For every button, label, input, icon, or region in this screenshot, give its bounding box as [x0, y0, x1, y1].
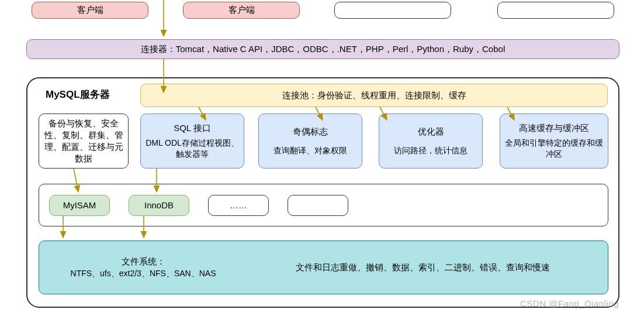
- watermark: CSDN @Fang_Qianling: [520, 298, 619, 308]
- engine-myisam: MyISAM: [49, 195, 110, 216]
- management-box: 备份与恢复、安全性、复制、群集、管理、配置、迁移与元数据: [39, 114, 129, 169]
- mysql-server-title: MySQL服务器: [46, 88, 110, 101]
- filesystem-left: 文件系统： NTFS、ufs、ext2/3、NFS、SAN、NAS: [44, 256, 243, 279]
- cache-box: 高速缓存与缓冲区 全局和引擎特定的缓存和缓冲区: [500, 114, 608, 169]
- client-box-1: 客户端: [32, 2, 148, 19]
- engine-innodb-label: InnoDB: [144, 200, 174, 211]
- connection-pool-label: 连接池：身份验证、线程重用、连接限制、缓存: [282, 90, 466, 101]
- parser-title: 奇偶标志: [293, 126, 328, 138]
- filesystem-box: 文件系统： NTFS、ufs、ext2/3、NFS、SAN、NAS 文件和日志重…: [39, 241, 608, 294]
- client-box-2: 客户端: [183, 2, 300, 19]
- filesystem-body: NTFS、ufs、ext2/3、NFS、SAN、NAS: [44, 268, 243, 279]
- client-box-3: [334, 2, 451, 19]
- sql-interface-box: SQL 接口 DML ODL存储过程视图、触发器等: [140, 114, 244, 169]
- parser-box: 奇偶标志 查询翻译、对象权限: [258, 114, 362, 169]
- client-box-4: [497, 2, 614, 19]
- engine-innodb: InnoDB: [129, 195, 189, 216]
- parser-body: 查询翻译、对象权限: [273, 145, 347, 156]
- connectors-label: 连接器：Tomcat，Native C API，JDBC，ODBC，.NET，P…: [141, 43, 505, 55]
- client-label: 客户端: [228, 4, 255, 16]
- management-label: 备份与恢复、安全性、复制、群集、管理、配置、迁移与元数据: [44, 118, 123, 165]
- optimizer-title: 优化器: [418, 126, 444, 138]
- logs-label: 文件和日志重做、撤销、数据、索引、二进制、错误、查询和慢速: [296, 262, 550, 272]
- sql-interface-body: DML ODL存储过程视图、触发器等: [146, 138, 239, 160]
- connectors-bar: 连接器：Tomcat，Native C API，JDBC，ODBC，.NET，P…: [26, 39, 619, 59]
- sql-interface-title: SQL 接口: [174, 122, 211, 134]
- optimizer-box: 优化器 访问路径，统计信息: [379, 114, 483, 169]
- engine-more: ……: [208, 195, 269, 216]
- engine-more-label: ……: [230, 200, 247, 211]
- optimizer-body: 访问路径，统计信息: [394, 145, 468, 156]
- engine-blank: [288, 195, 348, 216]
- cache-title: 高速缓存与缓冲区: [519, 122, 589, 134]
- connection-pool: 连接池：身份验证、线程重用、连接限制、缓存: [140, 84, 608, 107]
- engine-myisam-label: MyISAM: [63, 200, 96, 211]
- cache-body: 全局和引擎特定的缓存和缓冲区: [505, 138, 603, 160]
- filesystem-right: 文件和日志重做、撤销、数据、索引、二进制、错误、查询和慢速: [243, 262, 603, 273]
- filesystem-title: 文件系统：: [44, 256, 243, 267]
- client-label: 客户端: [77, 4, 103, 16]
